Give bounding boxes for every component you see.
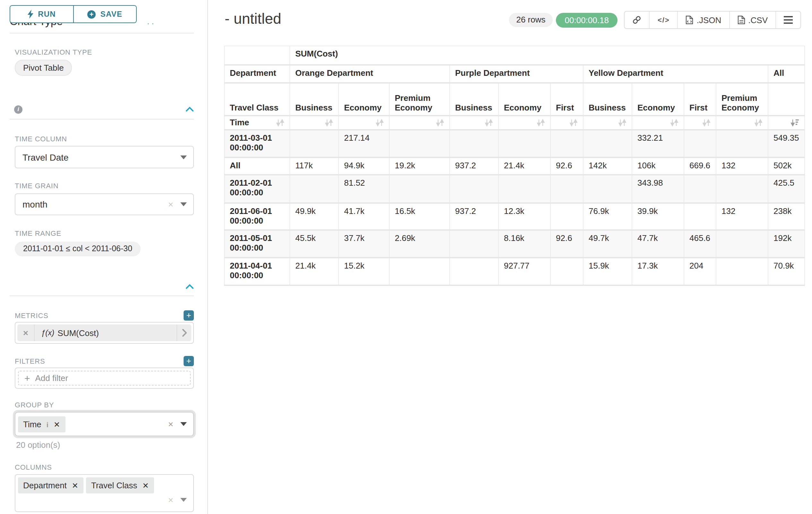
view-query-button[interactable]: </>	[650, 11, 678, 28]
more-options-button[interactable]	[776, 11, 801, 28]
pivot-column-sort-control[interactable]	[768, 115, 805, 130]
pivot-row-label: 2011-02-01 00:00:00	[224, 174, 290, 203]
divider	[10, 33, 194, 33]
pivot-value-cell: 192k	[768, 230, 805, 257]
pivot-value-cell	[450, 257, 498, 285]
pivot-value-cell	[716, 130, 768, 157]
remove-tag-icon[interactable]: ✕	[143, 481, 149, 490]
add-filter-button[interactable]: +	[183, 356, 194, 366]
run-button[interactable]: RUN	[10, 6, 73, 23]
caret-down-icon[interactable]	[180, 422, 187, 426]
sort-desc-active-icon	[790, 118, 799, 126]
pivot-time-sort-header[interactable]: Time	[224, 115, 290, 130]
viz-type-pill[interactable]: Pivot Table	[15, 60, 72, 76]
query-timer-badge: 00:00:00.18	[556, 12, 618, 27]
remove-metric-icon[interactable]: ×	[17, 324, 35, 341]
chart-title[interactable]: - untitled	[225, 10, 281, 28]
pivot-value-cell	[684, 130, 716, 157]
pivot-value-cell: 41.7k	[339, 203, 389, 230]
pivot-column-sort-control[interactable]	[450, 115, 498, 130]
remove-tag-icon[interactable]: ✕	[54, 420, 60, 429]
pivot-column-sort-control[interactable]	[498, 115, 550, 130]
pivot-metric-header: SUM(Cost)	[290, 46, 805, 64]
pivot-value-cell	[684, 174, 716, 203]
pivot-value-cell: 502k	[768, 157, 805, 174]
run-save-button-group: RUN + SAVE	[10, 5, 137, 23]
time-grain-value: month	[23, 199, 48, 210]
export-button-strip: </> .JSON .CSV	[624, 11, 801, 29]
export-json-button[interactable]: .JSON	[678, 11, 730, 28]
pivot-value-cell: 927.77	[498, 257, 550, 285]
add-metric-button[interactable]: +	[183, 310, 194, 321]
clear-icon[interactable]: ×	[168, 495, 173, 504]
save-button-label: SAVE	[100, 10, 122, 19]
time-grain-select[interactable]: month ×	[15, 193, 194, 215]
pivot-column-sort-control[interactable]	[339, 115, 389, 130]
group-by-select[interactable]: Time i ✕ ×	[15, 412, 194, 436]
pivot-value-cell: 132	[716, 203, 768, 230]
columns-select[interactable]: Department ✕ Travel Class ✕ ×	[15, 474, 194, 512]
chevron-up-icon[interactable]	[185, 107, 194, 112]
clear-icon[interactable]: ×	[168, 200, 173, 209]
pivot-column-sort-control[interactable]	[716, 115, 768, 130]
pivot-row-label: 2011-06-01 00:00:00	[224, 203, 290, 230]
columns-tag[interactable]: Travel Class ✕	[86, 477, 154, 493]
pivot-leaf-column-header: Premium Economy	[389, 83, 450, 115]
pivot-row-label: 2011-05-01 00:00:00	[224, 230, 290, 257]
pivot-data-row: 2011-04-01 00:00:0021.4k15.2k927.7715.9k…	[224, 257, 805, 285]
time-range-pill[interactable]: 2011-01-01 ≤ col < 2011-06-30	[15, 242, 141, 256]
plus-circle-icon: +	[88, 10, 96, 18]
pivot-value-cell	[450, 130, 498, 157]
time-section-header: Time i	[9, 103, 194, 116]
filters-label: FILTERS	[15, 357, 45, 365]
chevron-up-icon[interactable]	[185, 284, 194, 289]
columns-tag[interactable]: Department ✕	[18, 477, 83, 493]
metric-chip[interactable]: × ƒ(x) SUM(Cost)	[17, 324, 191, 341]
metric-expand-control[interactable]	[176, 324, 191, 341]
query-section-header: Query	[9, 280, 194, 293]
pivot-value-cell: 47.7k	[632, 230, 684, 257]
pivot-dim-label-department: Department	[224, 64, 290, 83]
pivot-value-cell: 425.5	[768, 174, 805, 203]
group-by-tag[interactable]: Time i ✕	[18, 416, 65, 432]
caret-down-icon[interactable]	[180, 498, 187, 502]
time-column-select[interactable]: Travel Date	[15, 146, 194, 168]
export-csv-button[interactable]: .CSV	[729, 11, 776, 28]
caret-down-icon[interactable]	[180, 202, 187, 206]
divider	[10, 119, 194, 119]
pivot-value-cell	[389, 130, 450, 157]
pivot-column-sort-control[interactable]	[389, 115, 450, 130]
sort-icon	[485, 118, 493, 126]
pivot-column-sort-control[interactable]	[550, 115, 583, 130]
code-icon: </>	[658, 16, 670, 24]
caret-down-icon[interactable]	[180, 155, 187, 159]
sort-icon	[325, 118, 333, 126]
copy-link-button[interactable]	[625, 11, 650, 28]
remove-tag-icon[interactable]: ✕	[72, 481, 78, 490]
pivot-value-cell: 94.9k	[339, 157, 389, 174]
pivot-table: SUM(Cost)DepartmentOrange DepartmentPurp…	[224, 46, 805, 286]
pivot-value-cell	[450, 230, 498, 257]
export-csv-label: .CSV	[748, 15, 768, 25]
clear-icon[interactable]: ×	[168, 420, 173, 429]
pivot-leaf-column-header	[768, 83, 805, 115]
pivot-value-cell: 669.6	[684, 157, 716, 174]
sort-icon	[536, 118, 545, 126]
pivot-column-sort-control[interactable]	[583, 115, 632, 130]
pivot-value-cell: 37.7k	[339, 230, 389, 257]
info-icon: i	[14, 105, 23, 113]
add-filter-dropzone[interactable]: + Add filter	[18, 371, 191, 385]
pivot-column-sort-control[interactable]	[290, 115, 339, 130]
sort-icon	[376, 118, 384, 126]
pivot-value-cell	[498, 174, 550, 203]
pivot-value-cell: 106k	[632, 157, 684, 174]
panel-resize-handle[interactable]	[148, 23, 153, 24]
group-by-label: GROUP BY	[0, 401, 207, 409]
pivot-column-sort-control[interactable]	[632, 115, 684, 130]
lightning-icon	[28, 10, 33, 19]
pivot-column-sort-control[interactable]	[684, 115, 716, 130]
pivot-value-cell: 2.69k	[389, 230, 450, 257]
pivot-value-cell	[684, 203, 716, 230]
info-icon[interactable]: i	[47, 421, 49, 428]
save-button[interactable]: + SAVE	[73, 6, 136, 23]
